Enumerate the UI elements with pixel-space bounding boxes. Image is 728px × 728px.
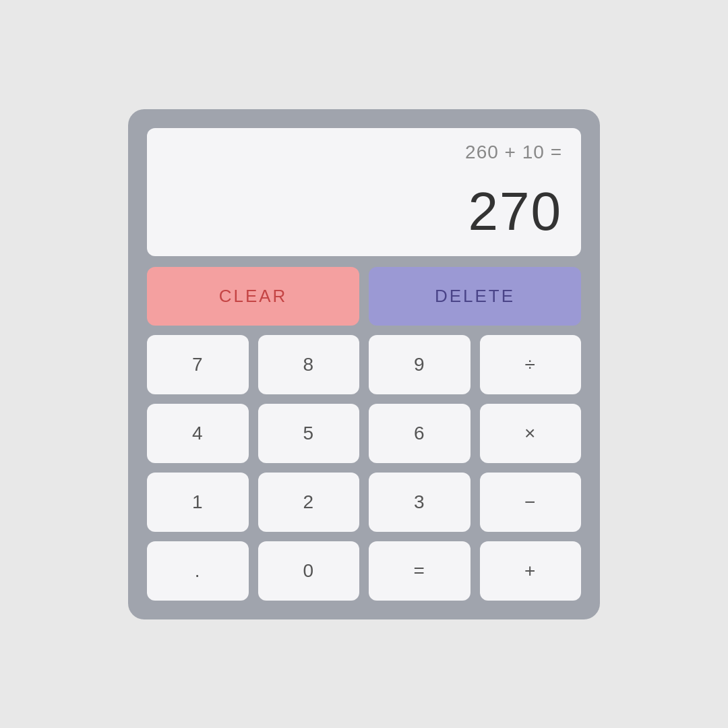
- button-add[interactable]: +: [480, 541, 582, 601]
- calculator: 260 + 10 = 270 CLEAR DELETE 7 8 9 ÷ 4 5 …: [128, 109, 600, 619]
- button-dot[interactable]: .: [147, 541, 249, 601]
- button-4[interactable]: 4: [147, 404, 249, 463]
- button-3[interactable]: 3: [369, 473, 471, 532]
- button-5[interactable]: 5: [258, 404, 360, 463]
- display-expression: 260 + 10 =: [465, 142, 562, 163]
- button-6[interactable]: 6: [369, 404, 471, 463]
- button-0[interactable]: 0: [258, 541, 360, 601]
- button-multiply[interactable]: ×: [480, 404, 582, 463]
- display-panel: 260 + 10 = 270: [147, 128, 581, 256]
- row-dot-0-eq-add: . 0 = +: [147, 541, 581, 601]
- row-7-8-9-div: 7 8 9 ÷: [147, 335, 581, 394]
- button-9[interactable]: 9: [369, 335, 471, 394]
- delete-button[interactable]: DELETE: [369, 267, 581, 326]
- button-grid: CLEAR DELETE 7 8 9 ÷ 4 5 6 × 1 2 3 − . 0…: [147, 267, 581, 601]
- row-1-2-3-sub: 1 2 3 −: [147, 473, 581, 532]
- button-2[interactable]: 2: [258, 473, 360, 532]
- clear-button[interactable]: CLEAR: [147, 267, 359, 326]
- button-subtract[interactable]: −: [480, 473, 582, 532]
- button-7[interactable]: 7: [147, 335, 249, 394]
- button-divide[interactable]: ÷: [480, 335, 582, 394]
- button-8[interactable]: 8: [258, 335, 360, 394]
- button-1[interactable]: 1: [147, 473, 249, 532]
- row-clear-delete: CLEAR DELETE: [147, 267, 581, 326]
- button-equals[interactable]: =: [369, 541, 471, 601]
- display-result: 270: [468, 181, 562, 243]
- row-4-5-6-mul: 4 5 6 ×: [147, 404, 581, 463]
